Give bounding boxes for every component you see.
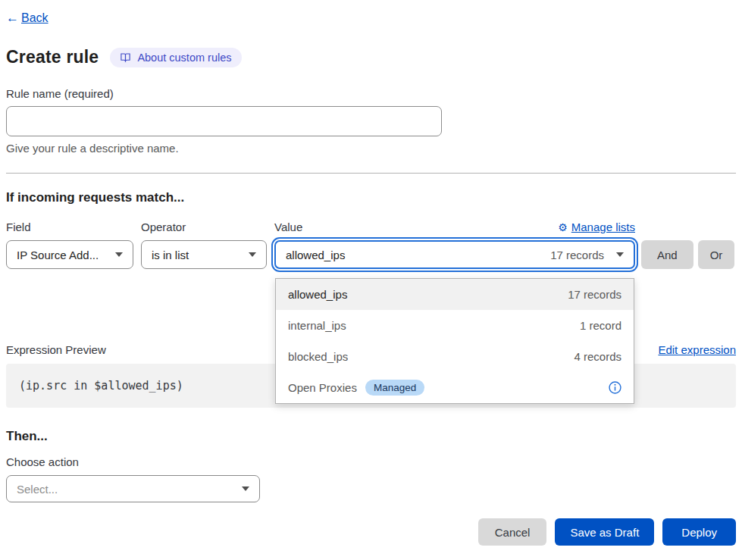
manage-lists-label: Manage lists	[571, 221, 635, 233]
save-as-draft-button[interactable]: Save as Draft	[555, 518, 654, 546]
rule-name-helper: Give your rule a descriptive name.	[6, 142, 736, 155]
cancel-button[interactable]: Cancel	[478, 518, 547, 546]
back-link[interactable]: ←Back	[6, 11, 49, 26]
title-row: Create rule About custom rules	[6, 47, 736, 67]
info-icon[interactable]	[609, 381, 621, 394]
list-name: allowed_ips	[288, 288, 347, 301]
list-record-count: 1 record	[580, 319, 621, 332]
section-divider	[6, 173, 736, 174]
manage-lists-link[interactable]: ⚙ Manage lists	[558, 221, 635, 233]
dropdown-item-internal-ips[interactable]: internal_ips 1 record	[276, 310, 634, 341]
list-record-count: 17 records	[568, 288, 621, 301]
edit-expression-link[interactable]: Edit expression	[658, 343, 736, 356]
rule-name-label: Rule name (required)	[6, 87, 736, 100]
choose-action-label: Choose action	[6, 455, 736, 468]
or-button[interactable]: Or	[698, 240, 735, 269]
field-column: Field IP Source Add...	[6, 221, 133, 269]
about-custom-rules-link[interactable]: About custom rules	[110, 48, 241, 67]
expression-code: (ip.src in $allowed_ips)	[19, 379, 183, 393]
dropdown-item-allowed-ips[interactable]: allowed_ips 17 records	[276, 279, 634, 310]
rule-name-input[interactable]	[6, 106, 442, 136]
list-name: blocked_ips	[288, 350, 348, 363]
value-column: Value ⚙ Manage lists allowed_ips 17 reco…	[274, 221, 635, 269]
value-select-right: 17 records	[550, 249, 624, 261]
caret-down-icon	[242, 486, 249, 491]
value-select[interactable]: allowed_ips 17 records	[274, 240, 635, 269]
list-name: Open Proxies	[288, 381, 357, 394]
match-section-heading: If incoming requests match...	[6, 190, 736, 205]
dropdown-item-open-proxies[interactable]: Open Proxies Managed	[276, 372, 634, 403]
and-button[interactable]: And	[641, 240, 693, 269]
list-name: internal_ips	[288, 319, 346, 332]
rule-name-block: Rule name (required) Give your rule a de…	[6, 87, 736, 155]
caret-down-icon	[249, 252, 256, 257]
back-link-label: Back	[21, 11, 49, 25]
value-label: Value	[274, 221, 302, 233]
create-rule-page: ←Back Create rule About custom rules Rul…	[0, 0, 742, 546]
book-icon	[120, 52, 131, 63]
dropdown-item-blocked-ips[interactable]: blocked_ips 4 records	[276, 341, 634, 372]
field-select-value: IP Source Add...	[17, 249, 99, 261]
footer-actions: Cancel Save as Draft Deploy	[6, 518, 736, 546]
page-title: Create rule	[6, 47, 99, 67]
operator-label: Operator	[141, 221, 267, 233]
then-section-heading: Then...	[6, 429, 736, 444]
operator-select[interactable]: is in list	[141, 240, 267, 269]
deploy-button[interactable]: Deploy	[662, 518, 736, 546]
caret-down-icon	[616, 252, 624, 257]
field-label: Field	[6, 221, 133, 233]
value-select-meta: 17 records	[550, 249, 604, 261]
operator-select-value: is in list	[152, 249, 189, 261]
about-custom-rules-label: About custom rules	[137, 52, 231, 64]
value-dropdown-panel: allowed_ips 17 records internal_ips 1 re…	[275, 278, 634, 404]
action-select-placeholder: Select...	[17, 483, 58, 496]
value-select-selected: allowed_ips	[286, 249, 345, 261]
value-label-row: Value ⚙ Manage lists	[274, 221, 635, 233]
operator-column: Operator is in list	[141, 221, 267, 269]
match-expression-row: Field IP Source Add... Operator is in li…	[6, 221, 736, 269]
back-arrow-icon: ←	[6, 11, 19, 26]
list-record-count: 4 records	[574, 350, 621, 363]
gear-icon: ⚙	[558, 221, 568, 233]
field-select[interactable]: IP Source Add...	[6, 240, 133, 269]
expression-preview-label: Expression Preview	[6, 343, 106, 356]
open-proxies-left: Open Proxies Managed	[288, 380, 424, 396]
managed-badge: Managed	[365, 380, 424, 396]
caret-down-icon	[115, 252, 123, 257]
action-select[interactable]: Select...	[6, 475, 260, 502]
